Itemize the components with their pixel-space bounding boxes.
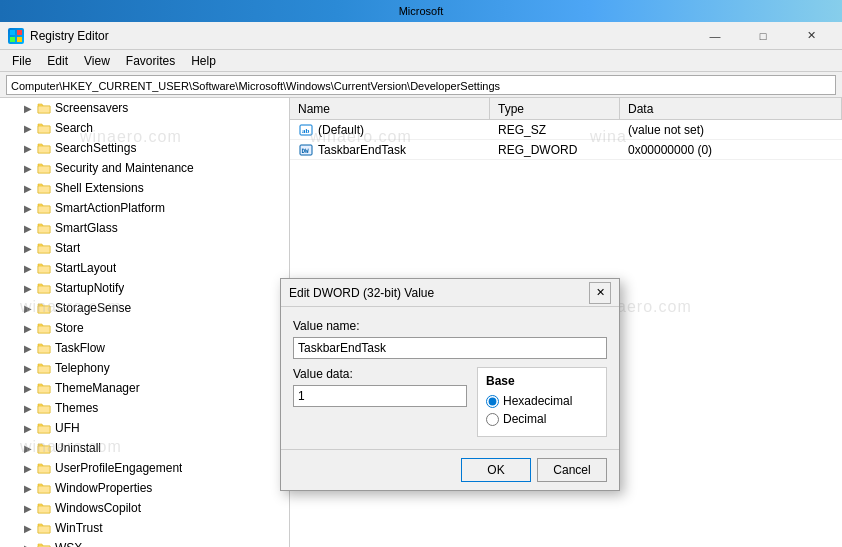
tree-item-label: SmartGlass <box>55 221 118 235</box>
folder-icon <box>36 460 52 476</box>
reg-type-cell: REG_SZ <box>490 122 620 138</box>
table-row[interactable]: ab (Default)REG_SZ(value not set) <box>290 120 842 140</box>
ab-icon: ab <box>298 124 314 136</box>
tree-item[interactable]: ▶ StartLayout <box>0 258 289 278</box>
svg-text:ab: ab <box>302 127 310 135</box>
menu-edit[interactable]: Edit <box>39 52 76 70</box>
reg-name-text: TaskbarEndTask <box>318 143 406 157</box>
col-header-name: Name <box>290 98 490 119</box>
content-area: winaero.com winaero.com wina winaero.com… <box>0 98 842 547</box>
tree-item[interactable]: ▶ Shell Extensions <box>0 178 289 198</box>
menu-help[interactable]: Help <box>183 52 224 70</box>
address-path[interactable]: Computer\HKEY_CURRENT_USER\Software\Micr… <box>6 75 836 95</box>
value-name-label: Value name: <box>293 319 607 333</box>
reg-name-cell: DW TaskbarEndTask <box>290 142 490 158</box>
edit-dword-dialog: Edit DWORD (32-bit) Value ✕ Value name: … <box>280 278 620 491</box>
tree-item[interactable]: ▶ Telephony <box>0 358 289 378</box>
tree-item[interactable]: ▶ TaskFlow <box>0 338 289 358</box>
minimize-button[interactable]: — <box>692 22 738 50</box>
tree-item[interactable]: ▶ WSX <box>0 538 289 547</box>
cancel-button[interactable]: Cancel <box>537 458 607 482</box>
base-label: Base <box>486 374 598 388</box>
tree-item-label: UFH <box>55 421 80 435</box>
dialog-close-button[interactable]: ✕ <box>589 282 611 304</box>
tree-item[interactable]: ▶ Start <box>0 238 289 258</box>
tree-item-label: Shell Extensions <box>55 181 144 195</box>
folder-icon <box>36 480 52 496</box>
col-header-data: Data <box>620 98 842 119</box>
tree-item[interactable]: ▶ Themes <box>0 398 289 418</box>
table-row[interactable]: DW TaskbarEndTaskREG_DWORD0x00000000 (0) <box>290 140 842 160</box>
value-name-input[interactable] <box>293 337 607 359</box>
title-bar-left: Registry Editor <box>8 28 109 44</box>
hexadecimal-radio[interactable] <box>486 395 499 408</box>
tree-item[interactable]: ▶ Search <box>0 118 289 138</box>
window-title: Registry Editor <box>30 29 109 43</box>
tree-item[interactable]: ▶ WinTrust <box>0 518 289 538</box>
folder-icon <box>36 240 52 256</box>
folder-icon <box>36 200 52 216</box>
close-button[interactable]: ✕ <box>788 22 834 50</box>
menu-view[interactable]: View <box>76 52 118 70</box>
tree-item-label: Uninstall <box>55 441 101 455</box>
base-group: Base Hexadecimal Decimal <box>477 367 607 437</box>
folder-icon <box>36 160 52 176</box>
reg-data-cell: (value not set) <box>620 122 842 138</box>
dialog-title: Edit DWORD (32-bit) Value <box>289 286 434 300</box>
tree-item[interactable]: ▶ SmartActionPlatform <box>0 198 289 218</box>
app-icon <box>8 28 24 44</box>
tree-item[interactable]: ▶ UserProfileEngagement <box>0 458 289 478</box>
tree-item[interactable]: ▶ SearchSettings <box>0 138 289 158</box>
tree-item[interactable]: ▶ Security and Maintenance <box>0 158 289 178</box>
tree-item-label: Search <box>55 121 93 135</box>
svg-rect-1 <box>17 30 22 35</box>
tree-item[interactable]: ▶ WindowsCopilot <box>0 498 289 518</box>
folder-icon <box>36 260 52 276</box>
reg-data-cell: 0x00000000 (0) <box>620 142 842 158</box>
folder-icon <box>36 340 52 356</box>
maximize-button[interactable]: □ <box>740 22 786 50</box>
folder-icon <box>36 520 52 536</box>
folder-icon <box>36 320 52 336</box>
tree-item-label: Security and Maintenance <box>55 161 194 175</box>
tree-item-label: Screensavers <box>55 101 128 115</box>
folder-icon <box>36 120 52 136</box>
tree-item[interactable]: ▶ Uninstall <box>0 438 289 458</box>
registry-editor-window: Registry Editor — □ ✕ File Edit View Fav… <box>0 22 842 547</box>
taskbar-label: Microsoft <box>399 5 444 17</box>
value-data-input[interactable] <box>293 385 467 407</box>
dialog-data-left: Value data: <box>293 367 467 415</box>
folder-icon <box>36 220 52 236</box>
reg-name-cell: ab (Default) <box>290 122 490 138</box>
menu-favorites[interactable]: Favorites <box>118 52 183 70</box>
menu-file[interactable]: File <box>4 52 39 70</box>
tree-item[interactable]: ▶ SmartGlass <box>0 218 289 238</box>
svg-rect-0 <box>10 30 15 35</box>
window-controls: — □ ✕ <box>692 22 834 50</box>
tree-item-label: StorageSense <box>55 301 131 315</box>
folder-icon <box>36 440 52 456</box>
decimal-radio[interactable] <box>486 413 499 426</box>
ok-button[interactable]: OK <box>461 458 531 482</box>
folder-icon <box>36 280 52 296</box>
folder-icon <box>36 420 52 436</box>
svg-rect-2 <box>10 37 15 42</box>
tree-item[interactable]: ▶ StartupNotify <box>0 278 289 298</box>
tree-item[interactable]: ▶ Store <box>0 318 289 338</box>
dword-icon: DW <box>298 144 314 156</box>
tree-item-label: WindowsCopilot <box>55 501 141 515</box>
tree-item[interactable]: ▶ ThemeManager <box>0 378 289 398</box>
tree-item[interactable]: ▶ Screensavers <box>0 98 289 118</box>
folder-icon <box>36 380 52 396</box>
dialog-titlebar: Edit DWORD (32-bit) Value ✕ <box>281 279 619 307</box>
tree-item-label: TaskFlow <box>55 341 105 355</box>
tree-item-label: ThemeManager <box>55 381 140 395</box>
tree-item-label: Themes <box>55 401 98 415</box>
tree-item[interactable]: ▶ WindowProperties <box>0 478 289 498</box>
column-headers: Name Type Data <box>290 98 842 120</box>
tree-item[interactable]: ▶ UFH <box>0 418 289 438</box>
tree-pane: ▶ Screensavers▶ Search▶ SearchSettings▶ … <box>0 98 290 547</box>
tree-item[interactable]: ▶ StorageSense <box>0 298 289 318</box>
tree-item-label: StartupNotify <box>55 281 124 295</box>
address-bar: Computer\HKEY_CURRENT_USER\Software\Micr… <box>0 72 842 98</box>
